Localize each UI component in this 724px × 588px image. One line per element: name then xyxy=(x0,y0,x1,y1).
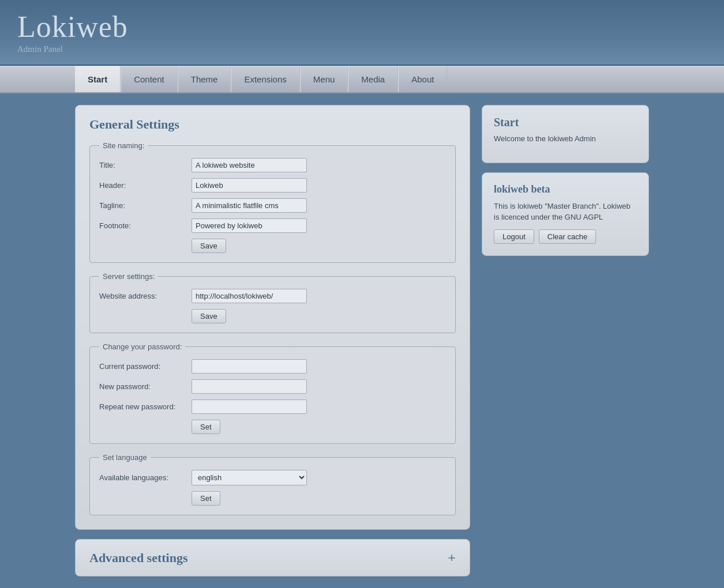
start-sidebar-panel: Start Welcome to the lokiweb Admin xyxy=(482,105,649,163)
nav-item-extensions[interactable]: Extensions xyxy=(231,66,299,92)
title-row: Title: xyxy=(99,158,446,172)
change-password-legend: Change your password: xyxy=(99,342,185,351)
server-settings-save-button[interactable]: Save xyxy=(192,309,226,323)
website-address-input[interactable] xyxy=(192,289,307,303)
tagline-label: Tagline: xyxy=(99,201,192,210)
main-panel: General Settings Site naming: Title: Hea… xyxy=(75,105,470,576)
website-address-label: Website address: xyxy=(99,292,192,300)
nav-item-menu[interactable]: Menu xyxy=(300,66,348,92)
logout-button[interactable]: Logout xyxy=(494,229,534,244)
nav-item-about[interactable]: About xyxy=(398,66,447,92)
site-subtitle: Admin Panel xyxy=(17,44,707,54)
new-password-input[interactable] xyxy=(192,379,307,394)
current-password-input[interactable] xyxy=(192,359,307,374)
advanced-settings-title: Advanced settings xyxy=(89,551,188,566)
repeat-password-label: Repeat new password: xyxy=(99,402,192,411)
change-password-fieldset: Change your password: Current password: … xyxy=(89,342,456,444)
start-panel-title: Start xyxy=(494,116,637,129)
new-password-row: New password: xyxy=(99,379,446,394)
current-password-row: Current password: xyxy=(99,359,446,374)
current-password-label: Current password: xyxy=(99,362,192,371)
advanced-settings-panel[interactable]: Advanced settings + xyxy=(75,539,470,576)
header-input[interactable] xyxy=(192,178,307,193)
site-naming-save-button[interactable]: Save xyxy=(192,239,226,253)
set-language-fieldset: Set language Available languages: englis… xyxy=(89,453,456,515)
site-naming-fieldset: Site naming: Title: Header: Tagline: Foo… xyxy=(89,141,456,263)
site-naming-legend: Site naming: xyxy=(99,141,148,150)
nav-item-content[interactable]: Content xyxy=(121,66,178,92)
server-settings-legend: Server settings: xyxy=(99,272,158,281)
nav-item-start[interactable]: Start xyxy=(75,66,121,92)
clear-cache-button[interactable]: Clear cache xyxy=(539,229,596,244)
title-label: Title: xyxy=(99,161,192,169)
beta-panel-title: lokiweb beta xyxy=(494,183,637,195)
advanced-expand-icon: + xyxy=(448,550,456,566)
available-languages-label: Available languages: xyxy=(99,473,192,482)
website-address-row: Website address: xyxy=(99,289,446,303)
tagline-input[interactable] xyxy=(192,198,307,213)
server-settings-btn-row: Save xyxy=(99,309,446,323)
sidebar: Start Welcome to the lokiweb Admin lokiw… xyxy=(482,105,649,576)
repeat-password-input[interactable] xyxy=(192,399,307,414)
header-row: Header: xyxy=(99,178,446,193)
beta-sidebar-panel: lokiweb beta This is lokiweb "Master Bra… xyxy=(482,172,649,255)
nav-item-theme[interactable]: Theme xyxy=(178,66,231,92)
new-password-label: New password: xyxy=(99,382,192,391)
tagline-row: Tagline: xyxy=(99,198,446,213)
site-title: Lokiweb xyxy=(17,10,707,43)
set-language-btn-row: Set xyxy=(99,491,446,506)
header-label: Header: xyxy=(99,181,192,190)
set-language-set-button[interactable]: Set xyxy=(192,491,220,506)
general-settings-title: General Settings xyxy=(89,117,456,132)
repeat-password-row: Repeat new password: xyxy=(99,399,446,414)
footnote-row: Footnote: xyxy=(99,218,446,233)
footnote-input[interactable] xyxy=(192,218,307,233)
beta-panel-btn-row: Logout Clear cache xyxy=(494,229,637,244)
nav-item-media[interactable]: Media xyxy=(348,66,398,92)
footnote-label: Footnote: xyxy=(99,221,192,230)
beta-panel-description: This is lokiweb "Master Branch". Lokiweb… xyxy=(494,201,637,222)
change-password-btn-row: Set xyxy=(99,420,446,434)
site-naming-btn-row: Save xyxy=(99,239,446,253)
language-select[interactable]: english german french spanish xyxy=(192,470,307,485)
start-panel-description: Welcome to the lokiweb Admin xyxy=(494,134,637,144)
header: Lokiweb Admin Panel xyxy=(0,0,724,66)
available-languages-row: Available languages: english german fren… xyxy=(99,470,446,485)
server-settings-fieldset: Server settings: Website address: Save xyxy=(89,272,456,333)
change-password-set-button[interactable]: Set xyxy=(192,420,220,434)
title-input[interactable] xyxy=(192,158,307,172)
main-nav: Start Content Theme Extensions Menu Medi… xyxy=(0,66,724,93)
set-language-legend: Set language xyxy=(99,453,151,462)
general-settings-panel: General Settings Site naming: Title: Hea… xyxy=(75,105,470,530)
